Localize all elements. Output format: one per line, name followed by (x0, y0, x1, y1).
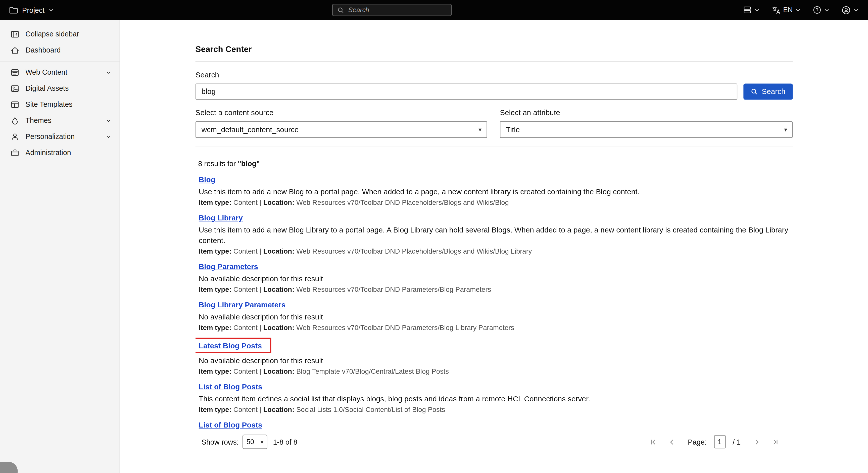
next-page-button[interactable] (750, 435, 764, 448)
item-type-value: Content (231, 406, 259, 414)
search-center-page: Project E (0, 0, 868, 473)
item-type-value: Content (231, 248, 259, 255)
pagination: Page: / 1 (647, 435, 793, 448)
attribute-value: Title (506, 125, 520, 134)
meta-separator: | (259, 199, 261, 207)
site-templates-icon (10, 100, 19, 109)
location-label: Location: (261, 324, 294, 332)
location-value: Web Resources v70/Toolbar DND Placeholde… (294, 199, 509, 207)
topbar-actions: EN (743, 0, 859, 20)
result-title-box: List of Blog Posts (199, 420, 262, 430)
sidebar-item-themes[interactable]: Themes (0, 112, 120, 128)
item-type-value: Content (231, 199, 259, 207)
search-button[interactable]: Search (743, 84, 793, 100)
result-title-box: Blog Parameters (199, 261, 258, 272)
result-title-box: Blog (199, 175, 215, 185)
help-menu[interactable] (813, 5, 830, 14)
sidebar-item-personalization[interactable]: Personalization (0, 128, 120, 145)
results-summary-term: "blog" (238, 159, 260, 168)
topbar-search[interactable] (332, 4, 452, 16)
first-page-button[interactable] (647, 435, 660, 448)
show-rows-value: 50 (247, 438, 254, 446)
personalization-icon (10, 132, 19, 141)
administration-icon (10, 148, 19, 157)
meta-separator: | (259, 406, 261, 414)
meta-separator: | (259, 324, 261, 332)
last-page-button[interactable] (768, 435, 781, 448)
sidebar-item-site-templates[interactable]: Site Templates (0, 96, 120, 112)
show-rows-select[interactable]: 50 ▾ (243, 435, 268, 449)
result-title-box: Blog Library (199, 213, 243, 223)
select-row: wcm_default_content_source ▾ Title ▾ (195, 121, 793, 138)
sidebar-item-label: Web Content (25, 68, 99, 76)
search-row: Search (195, 84, 793, 100)
stack-icon (743, 5, 751, 14)
content-source-label: Select a content source (195, 108, 500, 117)
chevron-down-icon (754, 7, 760, 13)
sidebar-item-label: Site Templates (25, 100, 112, 108)
sites-menu[interactable] (743, 5, 760, 14)
item-type-label: Item type: (199, 406, 231, 414)
result-meta: Item type: Content | Location: Blog Temp… (199, 368, 793, 376)
language-label: EN (783, 6, 793, 14)
attribute-select[interactable]: Title ▾ (500, 121, 793, 138)
page-label: Page: (688, 438, 707, 446)
content-source-select[interactable]: wcm_default_content_source ▾ (195, 121, 487, 138)
sidebar-item-label: Dashboard (25, 46, 112, 54)
search-input[interactable] (195, 84, 738, 100)
item-type-label: Item type: (199, 248, 231, 255)
sidebar-item-collapse-sidebar[interactable]: Collapse sidebar (0, 26, 120, 42)
item-type-value: Content (231, 286, 259, 293)
search-result: List of Blog Posts This content item def… (199, 381, 793, 414)
meta-separator: | (259, 286, 261, 293)
dashboard-icon (10, 46, 19, 55)
result-link[interactable]: Blog (199, 176, 215, 184)
list-footer: Show rows: 50 ▾ 1-8 of 8 Page: / 1 (195, 435, 793, 449)
language-menu[interactable]: EN (772, 5, 801, 14)
user-menu[interactable] (841, 5, 859, 14)
chevron-down-icon: ▾ (260, 439, 264, 445)
result-link[interactable]: Blog Library Parameters (199, 301, 285, 309)
prev-page-button[interactable] (665, 435, 679, 448)
translate-icon (772, 5, 781, 14)
sidebar-item-web-content[interactable]: Web Content (0, 64, 120, 81)
sidebar-item-label: Administration (25, 148, 112, 157)
topbar: Project E (0, 0, 868, 20)
result-description: No available description for this result (199, 274, 793, 284)
location-label: Location: (261, 406, 294, 414)
select-labels-row: Select a content source Select an attrib… (195, 108, 793, 117)
result-link[interactable]: Blog Library (199, 214, 243, 222)
sidebar: Collapse sidebar Dashboard Web Content D… (0, 20, 120, 473)
location-label: Location: (261, 248, 294, 255)
result-title-box: Latest Blog Posts (195, 338, 271, 353)
result-link[interactable]: List of Blog Posts (199, 382, 262, 391)
sidebar-item-administration[interactable]: Administration (0, 145, 120, 161)
result-description: No available description for this result (199, 355, 793, 366)
location-value: Social Lists 1.0/Social Content/List of … (294, 406, 445, 414)
result-title-box: Blog Library Parameters (199, 299, 285, 310)
result-meta: Item type: Content | Location: Web Resou… (199, 248, 793, 255)
project-menu[interactable]: Project (9, 0, 55, 20)
search-result: Latest Blog Posts No available descripti… (199, 338, 793, 376)
item-type-label: Item type: (199, 286, 231, 293)
location-value: Web Resources v70/Toolbar DND Parameters… (294, 324, 514, 332)
sidebar-item-digital-assets[interactable]: Digital Assets (0, 80, 120, 96)
result-link[interactable]: Latest Blog Posts (199, 342, 262, 350)
result-link[interactable]: List of Blog Posts (199, 421, 262, 429)
location-value: Blog Template v70/Blog/Central/Latest Bl… (294, 368, 449, 376)
chevron-down-icon (49, 7, 55, 13)
themes-icon (10, 116, 19, 125)
topbar-search-input[interactable] (348, 6, 447, 14)
page-input[interactable] (714, 435, 725, 448)
sidebar-item-dashboard[interactable]: Dashboard (0, 42, 120, 58)
result-link[interactable]: Blog Parameters (199, 262, 258, 271)
rows-range: 1-8 of 8 (273, 438, 297, 446)
location-label: Location: (261, 286, 294, 293)
result-title-box: List of Blog Posts (199, 381, 262, 391)
chevron-down-icon (105, 133, 112, 140)
sidebar-item-label: Themes (25, 116, 99, 125)
location-value: Web Resources v70/Toolbar DND Placeholde… (294, 248, 532, 255)
page-total: / 1 (733, 438, 741, 446)
item-type-value: Content (231, 368, 259, 376)
item-type-value: Content (231, 324, 259, 332)
